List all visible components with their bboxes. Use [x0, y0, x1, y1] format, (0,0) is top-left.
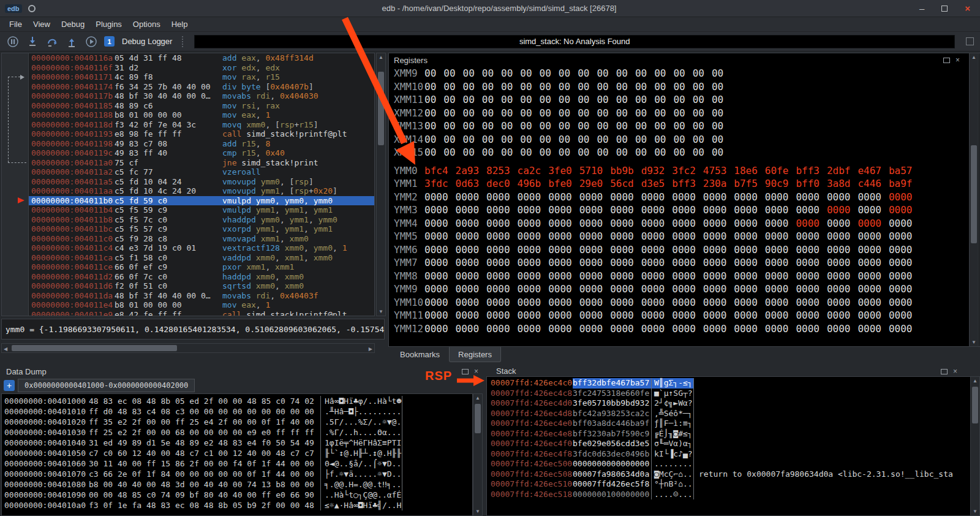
register-row[interactable]: XMM1200000000000000000000000000000000: [389, 107, 979, 120]
disasm-row[interactable]: 00000000:004011b4c5 f5 59 c9vmulpd ymm1,…: [29, 205, 374, 215]
disasm-row[interactable]: 00000000:00401174f6 34 25 7b 40 40 00div…: [29, 82, 374, 92]
register-row[interactable]: YMM13fdc0d63dec0496bbfe029e056cdd3e5bff3…: [389, 177, 979, 191]
scroll-up-icon[interactable]: ▲: [971, 378, 979, 384]
scroll-up-icon[interactable]: ▲: [473, 395, 482, 401]
step-into-button[interactable]: [26, 35, 39, 48]
hex-row[interactable]: 00000000:00401020ff 35 e2 2f 00 00 ff 25…: [2, 417, 472, 427]
menu-options[interactable]: Options: [127, 20, 166, 29]
data-dump-float-icon[interactable]: [462, 369, 469, 374]
step-over-button[interactable]: [45, 35, 59, 48]
hex-row[interactable]: 00000000:00401070c3 66 2e 0f 1f 84 00 00…: [2, 469, 472, 479]
stack-row[interactable]: 00007ffd:426ec4f83fdc0d63dec0496bkI└▐c♪▄…: [487, 449, 979, 460]
disasm-row[interactable]: 00000000:004011da48 bf 3f 40 40 00 0…mov…: [29, 291, 374, 301]
register-row[interactable]: YMM2000000000000000000000000000000000000…: [389, 191, 979, 204]
disassembly-vscrollbar[interactable]: ▲ ▼: [376, 53, 386, 316]
disasm-row[interactable]: 00000000:004011cac5 f1 58 c0vaddpd xmm0,…: [29, 253, 374, 263]
stack-row[interactable]: 00007ffd:426ec51000007ffd426ec5f8°┼nB²⌂.…: [487, 479, 979, 490]
scroll-up-icon[interactable]: ▲: [377, 55, 385, 60]
disassembly-hscrollbar[interactable]: ◀ ▶: [1, 343, 375, 353]
scroll-down-icon[interactable]: ▼: [971, 509, 979, 514]
menu-view[interactable]: View: [28, 20, 56, 29]
scroll-thumb[interactable]: [378, 72, 384, 145]
hex-row[interactable]: 00000000:0040100048 83 ec 08 48 8b 05 ed…: [2, 396, 472, 406]
disasm-row[interactable]: 00000000:004011714c 89 f8mov rax, r15: [29, 72, 374, 82]
register-row[interactable]: XMM1500000000000000000000000000000000: [389, 146, 979, 159]
tab-bookmarks[interactable]: Bookmarks: [391, 347, 449, 362]
register-row[interactable]: YMM6000000000000000000000000000000000000…: [389, 243, 979, 257]
hex-row[interactable]: 00000000:00401050c7 c0 60 12 40 00 48 c7…: [2, 448, 472, 458]
data-dump-close-icon[interactable]: ×: [474, 368, 478, 375]
scroll-thumb[interactable]: [972, 387, 978, 423]
disasm-row[interactable]: 00000000:004011b8c5 f5 7c c0vhaddpd ymm0…: [29, 215, 374, 225]
stack-row[interactable]: 00007ffd:426ec4f0bfe029e056cdd3e5σ╙═Vα)α…: [487, 439, 979, 449]
stack-close-icon[interactable]: ×: [953, 368, 957, 375]
hex-row[interactable]: 00000000:0040106030 11 40 00 ff 15 86 2f…: [2, 458, 472, 469]
register-row[interactable]: YMM9000000000000000000000000000000000000…: [389, 283, 979, 296]
disasm-row[interactable]: 00000000:004011a075 cfjne simd_stack!pri…: [29, 158, 374, 168]
scroll-thumb[interactable]: [12, 345, 177, 351]
scroll-down-icon[interactable]: ▼: [473, 509, 482, 514]
menu-help[interactable]: Help: [166, 20, 194, 29]
register-row[interactable]: YMM1200000000000000000000000000000000000…: [389, 322, 979, 336]
hex-row[interactable]: 00000000:00401080b8 00 40 40 00 48 3d 00…: [2, 479, 472, 490]
stack-row[interactable]: 00007ffd:426ec4c0bff32dbfe467ba57W║gΣ┐-≤…: [487, 378, 979, 389]
register-row[interactable]: YMM1100000000000000000000000000000000000…: [389, 309, 979, 322]
disasm-row[interactable]: 00000000:0040118df3 42 0f 7e 04 3cmovq x…: [29, 120, 374, 130]
register-row[interactable]: YMM7000000000000000000000000000000000000…: [389, 256, 979, 270]
debug-logger-label[interactable]: Debug Logger: [122, 37, 172, 46]
hex-row[interactable]: 00000000:0040104031 ed 49 89 d1 5e 48 89…: [2, 438, 472, 448]
run-button[interactable]: [85, 35, 98, 48]
scroll-down-icon[interactable]: ▼: [377, 309, 385, 314]
register-row[interactable]: XMM1300000000000000000000000000000000: [389, 120, 979, 133]
disasm-row[interactable]: 00000000:004011d266 0f 7c c0haddpd xmm0,…: [29, 272, 374, 282]
register-row[interactable]: YMM3000000000000000000000000000000000000…: [389, 203, 979, 217]
disasm-row[interactable]: 00000000:004011bcc5 f5 57 c9vxorpd ymm1,…: [29, 224, 374, 234]
stack-row[interactable]: 00007ffd:426ec5000000000000000000.......…: [487, 459, 979, 469]
stack-row[interactable]: 00007ffd:426ec4e8bff3230ab7f590c9╔É⌡╖◙#≤…: [487, 429, 979, 439]
disasm-row[interactable]: 00000000:0040116a05 4d 31 ff 48add eax, …: [29, 53, 374, 63]
stack-row[interactable]: 00007ffd:426ec4c83fc2475318e660fe■`µ↑SG┬…: [487, 389, 979, 399]
pause-button[interactable]: [6, 35, 20, 48]
registers-float-icon[interactable]: [943, 58, 950, 63]
disasm-row[interactable]: 00000000:004011ce66 0f ef c9pxor xmm1, x…: [29, 262, 374, 272]
menu-debug[interactable]: Debug: [56, 20, 90, 29]
disasm-row[interactable]: 00000000:0040119849 83 c7 08add r15, 8: [29, 139, 374, 149]
register-row[interactable]: YMM1000000000000000000000000000000000000…: [389, 296, 979, 309]
disasm-row[interactable]: 00000000:004011a5c5 fd 10 04 24vmovupd y…: [29, 177, 374, 187]
toolbar-handle[interactable]: [182, 36, 184, 47]
hex-row[interactable]: 00000000:004010a0f3 0f 1e fa 48 83 ec 08…: [2, 500, 472, 510]
scroll-left-icon[interactable]: ◀: [4, 346, 7, 352]
scroll-right-icon[interactable]: ▶: [369, 346, 372, 352]
register-row[interactable]: XMM1400000000000000000000000000000000: [389, 133, 979, 146]
register-row[interactable]: YMM4000000000000000000000000000000000000…: [389, 217, 979, 230]
disasm-row[interactable]: 00000000:0040117b48 bf 30 40 40 00 0…mov…: [29, 91, 374, 101]
minimize-button[interactable]: –: [919, 4, 924, 13]
maximize-button[interactable]: [941, 4, 948, 13]
disasm-row[interactable]: 00000000:0040116f31 d2xor edx, edx: [29, 63, 374, 73]
stack-row[interactable]: 00007ffd:426ec4d8bfc42a938253ca2c,╩Séô*─…: [487, 409, 979, 419]
registers-close-icon[interactable]: ×: [956, 56, 960, 64]
register-row[interactable]: XMM900000000000000000000000000000000: [389, 67, 979, 80]
scroll-up-icon[interactable]: ▲: [970, 55, 978, 60]
stack-row[interactable]: 00007ffd:426ec5180000000100000000....☺..…: [487, 490, 979, 500]
scroll-thumb[interactable]: [971, 145, 977, 243]
step-out-button[interactable]: [65, 35, 78, 48]
scroll-down-icon[interactable]: ▼: [970, 340, 978, 345]
disasm-row[interactable]: 00000000:004011e4b8 01 00 00 00mov eax, …: [29, 300, 374, 310]
register-row[interactable]: YMM8000000000000000000000000000000000000…: [389, 270, 979, 283]
scroll-thumb[interactable]: [475, 404, 481, 433]
registers-scrollbar[interactable]: ▲ ▼: [969, 53, 979, 347]
stack-float-icon[interactable]: [941, 369, 948, 374]
add-region-icon[interactable]: +: [4, 380, 15, 391]
tab-registers[interactable]: Registers: [449, 347, 501, 362]
stack-row[interactable]: 00007ffd:426ec4e0bff03a8dc446ba9fƒ║F─ì:≡…: [487, 419, 979, 429]
hex-row[interactable]: 00000000:00401030ff 25 e2 2f 00 00 68 00…: [2, 427, 472, 438]
disasm-row[interactable]: 00000000:004011e9e8 42 fe ff ffcall simd…: [29, 310, 374, 316]
data-dump-region-tab[interactable]: 0x0000000000401000-0x0000000000402000: [18, 379, 195, 392]
disasm-row[interactable]: 00000000:0040118548 89 c6mov rsi, rax: [29, 101, 374, 111]
disasm-row[interactable]: 00000000:004011aac5 fd 10 4c 24 20vmovup…: [29, 186, 374, 196]
close-button[interactable]: ×: [965, 4, 970, 13]
disasm-row[interactable]: 00000000:00401188b8 01 00 00 00mov eax, …: [29, 110, 374, 120]
register-row[interactable]: YMM5000000000000000000000000000000000000…: [389, 230, 979, 243]
disasm-row[interactable]: 00000000:0040119c49 83 ff 40cmp r15, 0x4…: [29, 148, 374, 158]
